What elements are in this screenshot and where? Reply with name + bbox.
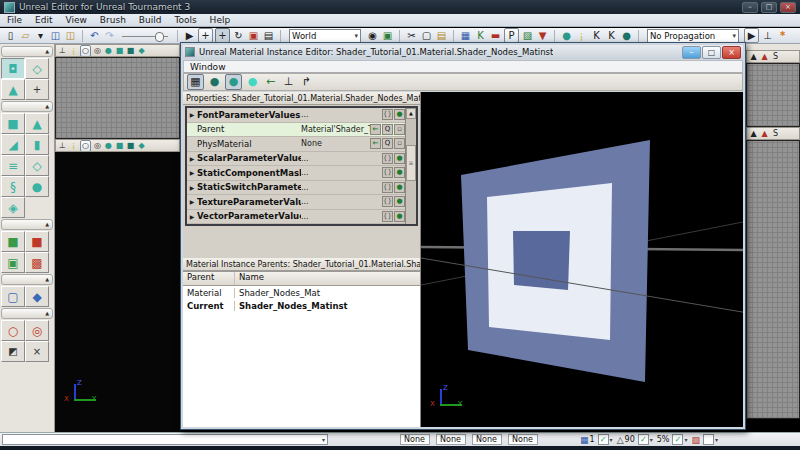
perspective-viewport[interactable]: Z Y X [55,152,180,432]
expand-icon[interactable]: ▶ [187,213,197,220]
scrollbar-thumb[interactable]: ≡ [406,145,416,181]
detail-light-mode-icon[interactable]: ■ [126,46,135,56]
rotation-grid-toggle[interactable]: ✓ ▾ [638,434,653,445]
expand-icon[interactable]: ▶ [187,155,197,162]
builder-curved-stair-button[interactable]: ◢ [1,134,25,155]
column-name[interactable]: Name [235,272,420,285]
unlit-mode-icon[interactable]: ● [104,46,113,56]
sphere-widget-icon[interactable]: ● [560,29,573,42]
use-selected-icon[interactable]: ← [370,138,381,149]
pawn-spawn-icon[interactable]: ⊥ [761,29,774,42]
menu-window[interactable]: Window [190,62,226,72]
matinee-icon[interactable]: ▬ [489,29,502,42]
preview-cube-icon[interactable]: ● [225,74,242,90]
material-preview-viewport[interactable]: Z Y X [421,92,743,427]
sync-generic-browser-icon[interactable]: ↱ [299,75,314,89]
menu-help[interactable]: Help [210,15,231,25]
palette-section-header[interactable]: ▲ [1,46,53,57]
property-value[interactable]: ... [301,212,382,221]
status-none-field[interactable]: None [436,434,466,445]
expand-icon[interactable]: ▶ [187,184,197,191]
camera-pan-icon[interactable]: + [198,28,213,43]
deselect-all-button[interactable]: × [25,341,49,362]
joystick-red-icon[interactable]: ▲ [760,52,769,62]
status-none-field[interactable]: None [400,434,430,445]
use-parent-icon[interactable]: ← [263,75,278,89]
chevron-down-icon[interactable]: ▾ [650,436,653,443]
open-caret-icon[interactable]: ▾ [34,29,47,42]
publish-icon[interactable]: P [504,28,519,43]
world-mode-dropdown[interactable]: World ▾ [289,29,361,43]
chevron-down-icon[interactable]: ▾ [715,436,718,443]
drag-grid-toggle[interactable]: ✓ ▾ [598,434,613,445]
property-value[interactable]: None [301,139,370,148]
minimize-button[interactable]: – [742,2,758,13]
wireframe-mode-icon[interactable]: ○ [80,45,91,57]
palette-section-header[interactable]: ▲ [1,274,53,285]
viewport-maximize-icon[interactable]: ⊥ [58,141,67,151]
insert-item-icon[interactable]: ● [394,167,405,178]
braces-icon[interactable]: {} [382,109,393,120]
ortho-viewport-top[interactable] [55,57,180,139]
expand-icon[interactable]: ▶ [187,111,197,118]
special-brush-button[interactable]: ▢ [1,286,25,307]
properties-panel-header[interactable]: Properties: Shader_Tutorial_01.Material.… [183,92,420,105]
open-map-icon[interactable]: ▱ [19,29,32,42]
menu-build[interactable]: Build [139,15,162,25]
squint-mode-icon[interactable]: S [771,129,780,139]
propagation-dropdown[interactable]: No Propagation ▾ [647,29,739,43]
menu-view[interactable]: View [66,15,87,25]
browse-icon[interactable]: Q [382,124,393,135]
heightmap-icon[interactable]: ▨ [521,29,534,42]
brush-wire-mode-icon[interactable]: ◎ [93,46,102,56]
builder-sheet-button[interactable]: ◇ [25,155,49,176]
property-row-FontParameterValues[interactable]: ▶FontParameterValues...{}● [187,108,406,123]
wireframe-mode-icon[interactable]: ○ [80,140,91,152]
checkbox-checked-icon[interactable]: ✓ [638,434,649,445]
csg-deintersect-button[interactable]: ▩ [25,252,49,273]
scale-icon[interactable]: ▣ [247,29,260,42]
builder-volumetric-button[interactable]: ◈ [1,197,25,218]
property-row-StaticComponentMaskPa[interactable]: ▶StaticComponentMaskPa...{}● [187,166,406,181]
parent-row-Shader_Nodes_Mat[interactable]: MaterialShader_Nodes_Mat [183,286,420,299]
braces-icon[interactable]: {} [382,211,393,222]
new-map-icon[interactable]: ▯ [4,29,17,42]
property-row-PhysMaterial[interactable]: PhysMaterialNone←Q▫ [187,137,406,152]
property-row-VectorParameterValues[interactable]: ▶VectorParameterValues...{}● [187,210,406,225]
braces-icon[interactable]: {} [382,167,393,178]
undo-icon[interactable]: ↶ [88,29,101,42]
menu-file[interactable]: File [7,15,22,25]
select-inside-button[interactable]: ◎ [25,320,49,341]
ortho-viewport-right-top[interactable] [746,63,800,127]
viewport-maximize-icon[interactable]: ⊥ [58,46,67,56]
brush-wire-mode-icon[interactable]: ◎ [93,141,102,151]
save-all-icon[interactable]: ◫ [64,29,77,42]
property-row-Parent[interactable]: ParentMaterial'Shader_Tuto←Q▫ [187,123,406,138]
insert-item-icon[interactable]: ● [394,109,405,120]
squint-mode-icon[interactable]: S [771,52,780,62]
editor-titlebar[interactable]: Unreal Material Instance Editor: Shader_… [183,45,743,59]
detail-light-mode-icon[interactable]: ■ [126,141,135,151]
csg-intersect-button[interactable]: ▣ [1,252,25,273]
property-value[interactable]: ... [301,154,382,163]
preview-sphere-icon[interactable]: ● [245,75,260,89]
checkbox-unchecked-icon[interactable] [703,434,714,445]
far-plane-slider[interactable] [122,30,168,42]
light-bulb-icon[interactable]: ¡ [575,29,588,42]
select-pointer-icon[interactable]: ▶ [183,29,196,42]
expand-icon[interactable]: ▶ [187,198,197,205]
clear-icon[interactable]: ▫ [394,124,405,135]
fullscreen-icon[interactable]: ▣ [381,29,394,42]
editor-minimize-button[interactable]: – [682,46,701,59]
expand-icon[interactable]: ▶ [187,169,197,176]
maximize-button[interactable]: □ [761,2,777,13]
parents-panel-header[interactable]: Material Instance Parents: Shader_Tutori… [183,258,420,271]
play-level-icon[interactable]: ▶ [744,28,759,43]
play-in-editor-icon[interactable]: * [776,29,789,42]
browse-icon[interactable]: Q [382,138,393,149]
editor-maximize-button[interactable]: □ [702,46,721,59]
property-value[interactable]: Material'Shader_Tuto [301,125,370,134]
braces-icon[interactable]: {} [382,196,393,207]
paste-icon[interactable]: ▤ [435,29,448,42]
scale-nonuniform-icon[interactable]: ▤ [262,29,275,42]
